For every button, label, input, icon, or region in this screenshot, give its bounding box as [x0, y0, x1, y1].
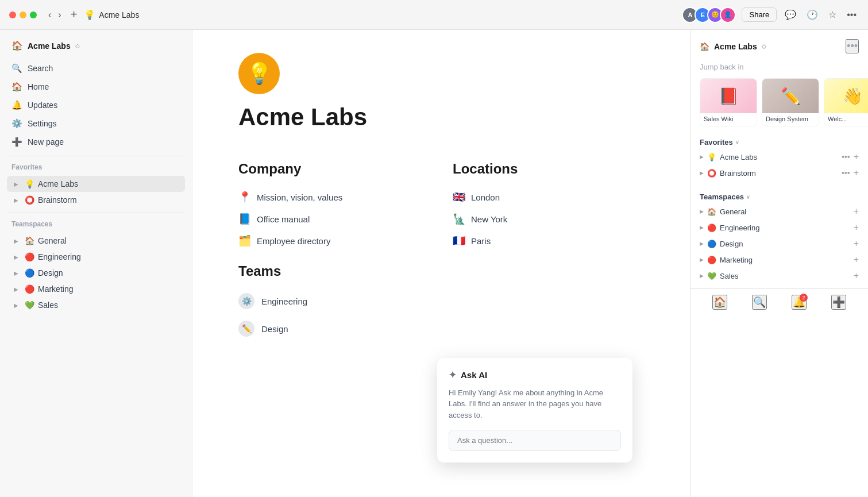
share-button[interactable]: Share [742, 7, 777, 22]
minimize-button[interactable] [20, 11, 26, 18]
main-content: 💡 Acme Labs Company 📍 Mission, vision, v… [192, 30, 690, 497]
paris-icon: 🇫🇷 [453, 234, 465, 247]
jb-card-design-system[interactable]: ✏️ Design System [762, 78, 819, 126]
rp-teamspaces-chevron-icon: ∨ [746, 194, 750, 200]
close-button[interactable] [9, 11, 16, 18]
sidebar-item-engineering[interactable]: ▶ 🔴 Engineering [7, 249, 185, 265]
rp-marketing-add-button[interactable]: + [854, 255, 859, 265]
nav-item-settings[interactable]: ⚙️ Settings [7, 114, 185, 133]
forward-button[interactable]: › [56, 9, 63, 21]
sidebar-item-marketing[interactable]: ▶ 🔴 Marketing [7, 281, 185, 297]
marketing-label: Marketing [38, 284, 180, 294]
rp-home-button[interactable]: 🏠 [712, 295, 727, 310]
teamspaces-items: ▶ 🏠 General ▶ 🔴 Engineering ▶ 🔵 Design ▶… [0, 230, 192, 315]
engineering-team-link[interactable]: ⚙️ Engineering [238, 288, 644, 314]
rp-general-add-button[interactable]: + [854, 206, 859, 217]
employee-directory-link[interactable]: 🗂️ Employee directory [238, 230, 430, 252]
jb-card-sales-wiki[interactable]: 📕 Sales Wiki [700, 78, 757, 126]
nav-item-home[interactable]: 🏠 Home [7, 78, 185, 96]
chevron-right-icon: ▶ [14, 197, 21, 203]
jb-card-welcome[interactable]: 👋 Welc... [824, 78, 868, 126]
workspace-row[interactable]: 🏠 Acme Labs ◇ [7, 37, 185, 55]
mission-icon: 📍 [238, 191, 251, 203]
add-tab-button[interactable]: + [68, 7, 80, 22]
ai-popup-title: Ask AI [461, 370, 487, 380]
design-system-thumb: ✏️ [762, 79, 819, 113]
rp-teamspaces-section: Teamspaces ∨ ▶ 🏠 General + ▶ 🔴 Engineeri… [690, 186, 868, 288]
rp-marketing-label: Marketing [720, 256, 850, 264]
sales-wiki-thumb: 📕 [700, 79, 757, 113]
new-york-link[interactable]: 🗽 New York [453, 208, 644, 230]
rp-engineering-item[interactable]: ▶ 🔴 Engineering + [690, 219, 868, 236]
rp-chevron-icon: ◇ [762, 43, 766, 49]
page-title: Acme Labs [238, 103, 644, 131]
history-button[interactable]: 🕐 [804, 7, 820, 22]
nav-item-new-page[interactable]: ➕ New page [7, 133, 185, 151]
sidebar-item-design[interactable]: ▶ 🔵 Design [7, 265, 185, 281]
office-manual-icon: 📘 [238, 213, 251, 225]
rp-sales-add-button[interactable]: + [854, 271, 859, 281]
nav-item-search[interactable]: 🔍 Search [7, 59, 185, 78]
sidebar-item-acme-labs[interactable]: ▶ 💡 Acme Labs [7, 176, 185, 192]
rp-marketing-item[interactable]: ▶ 🔴 Marketing + [690, 252, 868, 268]
rp-design-icon: 🔵 [707, 240, 716, 248]
comments-button[interactable]: 💬 [782, 7, 798, 22]
fullscreen-button[interactable] [30, 11, 37, 18]
engineering-team-avatar: ⚙️ [238, 293, 254, 309]
sidebar-nav: 🔍 Search 🏠 Home 🔔 Updates ⚙️ Settings ➕ … [0, 57, 192, 153]
rp-general-item[interactable]: ▶ 🏠 General + [690, 203, 868, 219]
rp-acme-more-icon[interactable]: ••• [842, 152, 850, 161]
rp-workspace-name: 🏠 Acme Labs ◇ [700, 42, 766, 51]
rp-brainstorm-item[interactable]: ▶ ⭕ Brainstorm ••• + [690, 165, 868, 181]
general-icon: 🏠 [24, 236, 34, 245]
favorite-button[interactable]: ☆ [826, 7, 839, 22]
sidebar-item-brainstorm[interactable]: ▶ ⭕ Brainstorm [7, 192, 185, 208]
back-button[interactable]: ‹ [46, 9, 53, 21]
nav-item-updates[interactable]: 🔔 Updates [7, 96, 185, 114]
sidebar-item-general[interactable]: ▶ 🏠 General [7, 233, 185, 249]
rp-sales-item[interactable]: ▶ 💚 Sales + [690, 268, 868, 284]
office-manual-link[interactable]: 📘 Office manual [238, 208, 430, 230]
rp-acme-add-button[interactable]: + [854, 152, 859, 162]
ai-question-input[interactable] [449, 430, 621, 451]
mission-link[interactable]: 📍 Mission, vision, values [238, 186, 430, 208]
design-team-link[interactable]: ✏️ Design [238, 316, 644, 341]
rp-favorites-header: Favorites ∨ [690, 136, 868, 149]
london-link[interactable]: 🇬🇧 London [453, 186, 644, 208]
rp-favorites-title[interactable]: Favorites ∨ [700, 138, 739, 147]
rp-brainstorm-more-icon[interactable]: ••• [842, 168, 850, 178]
rp-engineering-add-button[interactable]: + [854, 222, 859, 233]
locations-section: Locations 🇬🇧 London 🗽 New York 🇫🇷 Paris [453, 161, 644, 252]
rp-acme-icon: 💡 [707, 153, 716, 161]
rp-chevron-design-icon: ▶ [700, 241, 704, 246]
rp-chevron-acme-icon: ▶ [700, 154, 704, 160]
new-york-label: New York [471, 214, 507, 224]
rp-brainstorm-add-button[interactable]: + [854, 168, 859, 178]
sidebar-item-sales[interactable]: ▶ 💚 Sales [7, 297, 185, 313]
rp-more-button[interactable]: ••• [846, 39, 859, 53]
company-section: Company 📍 Mission, vision, values 📘 Offi… [238, 161, 430, 252]
engineering-label: Engineering [38, 252, 180, 261]
rp-sales-icon: 💚 [707, 272, 716, 280]
rp-home-icon: 🏠 [700, 42, 709, 51]
paris-link[interactable]: 🇫🇷 Paris [453, 230, 644, 252]
rp-acme-labs-item[interactable]: ▶ 💡 Acme Labs ••• + [690, 149, 868, 165]
chevron-eng-icon: ▶ [14, 254, 21, 260]
locations-heading: Locations [453, 161, 644, 177]
rp-notification-button[interactable]: 🔔 2 [792, 295, 807, 310]
rp-add-page-button[interactable]: ➕ [831, 295, 846, 310]
header-right: A E 😊 👤 Share 💬 🕐 ☆ ••• [685, 7, 859, 23]
rp-search-button[interactable]: 🔍 [752, 295, 767, 310]
engineering-team-icon: ⚙️ [242, 296, 252, 306]
employee-dir-label: Employee directory [257, 236, 330, 246]
search-icon: 🔍 [11, 63, 22, 74]
rp-teamspaces-title[interactable]: Teamspaces ∨ [700, 192, 750, 201]
rp-teamspaces-header: Teamspaces ∨ [690, 190, 868, 203]
jump-back-cards: 📕 Sales Wiki ✏️ Design System 👋 Welc... [690, 74, 868, 131]
design-label: Design [38, 268, 180, 278]
rp-chevron-sales-icon: ▶ [700, 273, 704, 279]
rp-design-item[interactable]: ▶ 🔵 Design + [690, 236, 868, 252]
rp-design-add-button[interactable]: + [854, 238, 859, 249]
more-button[interactable]: ••• [844, 7, 859, 22]
rp-teamspaces-label: Teamspaces [700, 192, 744, 201]
